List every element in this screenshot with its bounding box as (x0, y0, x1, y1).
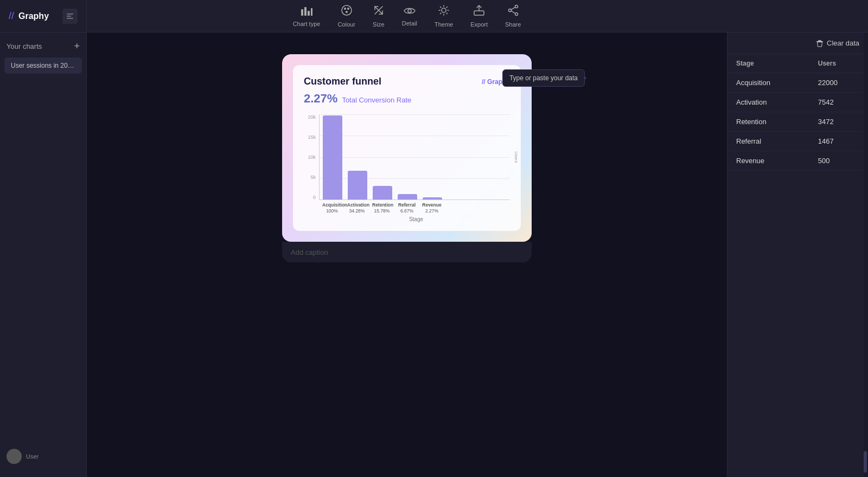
add-chart-button[interactable]: + (74, 41, 80, 51)
chart-title: Customer funnel (304, 76, 381, 87)
topbar: // Graphy Chart type (0, 0, 868, 33)
table-header-row: Stage Users (727, 54, 868, 73)
toolbar-size[interactable]: Size (373, 4, 385, 28)
scrollbar-thumb[interactable] (864, 451, 867, 473)
svg-line-19 (446, 7, 448, 8)
clear-data-button[interactable]: Clear data (816, 39, 859, 47)
y-tick-0: 0 (313, 195, 316, 200)
y-tick-5k: 5k (310, 175, 316, 180)
bar-group-acquisition (323, 115, 342, 199)
user-name-label: User (26, 453, 39, 460)
avatar (7, 449, 22, 464)
cell-users: 3472 (809, 112, 868, 132)
toolbar-theme[interactable]: Theme (435, 4, 453, 28)
bar-group-activation (348, 171, 367, 199)
bars-row: Users (319, 114, 510, 200)
clear-data-icon (816, 40, 824, 47)
conversion-rate-label: Total Conversion Rate (342, 96, 411, 104)
toolbar-chart-type[interactable]: Chart type (293, 5, 321, 27)
bars-container: Users Acquisition 100% Activation (319, 114, 510, 222)
bar-label-revenue: Revenue 2.27% (422, 202, 442, 214)
bar-activation (348, 171, 367, 199)
sidebar-header: Your charts + (0, 39, 86, 57)
chart-header: Customer funnel // Graphy (304, 76, 510, 87)
bar-label-referral: Referral 6.67% (397, 202, 417, 214)
toolbar-size-label: Size (373, 21, 384, 28)
eye-icon (404, 5, 416, 18)
sidebar-bottom: User (0, 442, 86, 470)
svg-rect-26 (818, 40, 821, 41)
svg-point-24 (508, 9, 511, 12)
palette-icon (341, 4, 353, 19)
logo-icon: // (9, 10, 14, 22)
scrollbar-area[interactable] (864, 33, 868, 477)
y-tick-10k: 10k (308, 154, 316, 160)
toolbar-share[interactable]: Share (505, 4, 521, 28)
conversion-rate: 2.27% Total Conversion Rate (304, 92, 510, 106)
bar-acquisition (323, 115, 342, 199)
bar-label-retention: Retention 15.78% (372, 202, 392, 214)
collapse-sidebar-button[interactable] (62, 9, 78, 24)
svg-rect-21 (474, 11, 484, 15)
svg-rect-6 (311, 8, 312, 16)
svg-point-22 (515, 5, 518, 8)
col-stage: Stage (727, 54, 809, 73)
bar-group-retention (373, 186, 392, 199)
svg-line-17 (441, 7, 442, 8)
right-panel-header: Clear data (727, 33, 868, 54)
paste-hint-tooltip: Type or paste your data (502, 69, 585, 87)
table-row[interactable]: Revenue500 (727, 151, 868, 171)
clear-data-label: Clear data (827, 39, 859, 47)
share-icon (507, 4, 519, 19)
svg-rect-2 (67, 18, 73, 19)
y-axis: 20k 15k 10k 5k 0 (304, 114, 319, 217)
export-icon (473, 4, 485, 19)
toolbar-colour[interactable]: Colour (337, 4, 355, 28)
toolbar-export[interactable]: Export (470, 4, 488, 28)
logo-text: Graphy (18, 11, 49, 21)
chart-gradient-bg: Customer funnel // Graphy 2.27% Total Co… (282, 54, 532, 242)
bar-label-acquisition: Acquisition 100% (322, 202, 342, 214)
toolbar: Chart type Colour Size (87, 4, 727, 28)
cell-users: 7542 (809, 93, 868, 112)
caption-text[interactable]: Add caption (291, 248, 328, 256)
bar-chart: 20k 15k 10k 5k 0 (304, 114, 510, 222)
size-icon (373, 4, 385, 19)
table-row[interactable]: Acquisition22000 (727, 73, 868, 93)
svg-rect-3 (301, 9, 303, 16)
y-tick-15k: 15k (308, 134, 316, 140)
chart-card: Customer funnel // Graphy 2.27% Total Co… (282, 54, 532, 262)
table-row[interactable]: Retention3472 (727, 112, 868, 132)
col-users: Users (809, 54, 868, 73)
sidebar-item-chart-1[interactable]: User sessions in 2021 ... (4, 57, 82, 74)
cell-users: 22000 (809, 73, 868, 93)
conversion-pct-value: 2.27% (304, 92, 337, 106)
toolbar-detail[interactable]: Detail (402, 5, 417, 27)
bar-chart-icon (301, 5, 312, 18)
right-panel: Clear data Stage Users Acquisition22000A… (727, 33, 868, 477)
bar-referral (398, 194, 417, 199)
logo-area: // Graphy (0, 0, 87, 32)
cell-stage: Revenue (727, 151, 809, 171)
bar-group-revenue (423, 197, 442, 199)
table-row[interactable]: Referral1467 (727, 132, 868, 151)
svg-line-18 (446, 13, 448, 14)
toolbar-detail-label: Detail (402, 20, 417, 27)
cell-stage: Referral (727, 132, 809, 151)
bar-labels-row: Acquisition 100% Activation 34.28% Reten… (319, 200, 510, 214)
svg-point-8 (344, 8, 346, 10)
chart-white-box: Customer funnel // Graphy 2.27% Total Co… (293, 65, 521, 231)
svg-rect-1 (67, 16, 71, 17)
cell-stage: Acquisition (727, 73, 809, 93)
toolbar-chart-type-label: Chart type (293, 21, 321, 27)
cell-stage: Activation (727, 93, 809, 112)
toolbar-share-label: Share (505, 21, 521, 28)
svg-point-9 (347, 8, 349, 10)
cell-users: 1467 (809, 132, 868, 151)
svg-line-20 (441, 13, 442, 14)
toolbar-theme-label: Theme (435, 21, 453, 28)
bar-label-activation: Activation 34.28% (347, 202, 367, 214)
bar-group-referral (398, 194, 417, 199)
main-layout: Your charts + User sessions in 2021 ... … (0, 33, 868, 477)
table-row[interactable]: Activation7542 (727, 93, 868, 112)
